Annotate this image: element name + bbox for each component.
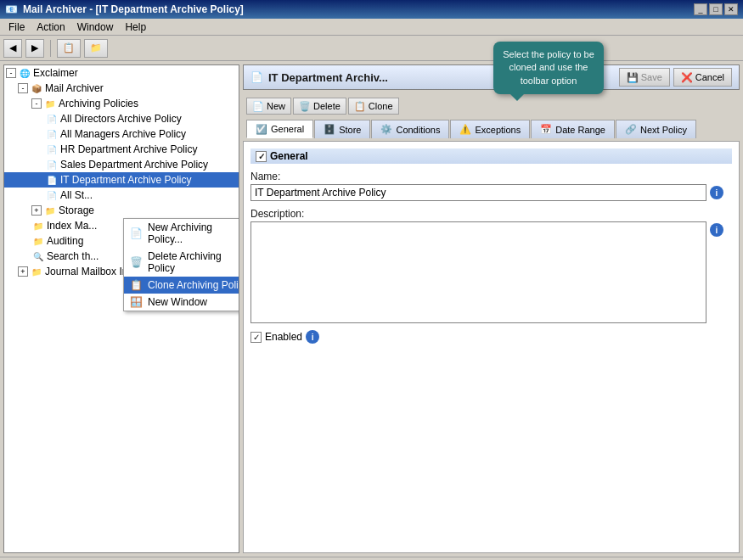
- sales-label: Sales Department Archive Policy: [60, 159, 208, 171]
- exclaimer-label: Exclaimer: [33, 67, 78, 79]
- new-window-icon: 🪟: [129, 295, 143, 309]
- tab-store[interactable]: 🗄️ Store: [314, 120, 370, 138]
- all-directors-label: All Directors Archive Policy: [60, 113, 182, 125]
- mail-archiver-icon: 📦: [30, 81, 43, 95]
- enabled-info-button[interactable]: i: [306, 330, 319, 344]
- tree-item-exclaimer[interactable]: - 🌐 Exclaimer: [4, 65, 239, 81]
- search-icon: 🔍: [31, 249, 45, 263]
- archiving-policies-icon: 📁: [43, 97, 57, 110]
- expand-exclaimer[interactable]: -: [6, 68, 16, 78]
- description-textarea[interactable]: [250, 221, 706, 323]
- delete-toolbar-button[interactable]: 🗑️ Delete: [293, 98, 346, 115]
- new-icon: 📄: [252, 101, 264, 112]
- back-icon: ◀: [9, 42, 16, 53]
- context-menu-new-policy[interactable]: 📄 New Archiving Policy...: [124, 219, 239, 248]
- tree-item-hr-dept[interactable]: 📄 HR Department Archive Policy: [4, 142, 239, 157]
- tree-panel: - 🌐 Exclaimer - 📦 Mail Archiver - 📁 Arch…: [3, 64, 239, 553]
- status-bar: [0, 557, 743, 560]
- tree-item-mail-archiver[interactable]: - 📦 Mail Archiver: [4, 81, 239, 96]
- right-header-title: IT Department Archiv...: [268, 71, 388, 84]
- index-ma-icon: 📁: [31, 219, 45, 232]
- storage-icon: 📁: [43, 204, 57, 217]
- forward-button[interactable]: ▶: [25, 39, 44, 58]
- cancel-button[interactable]: ❌ Cancel: [673, 68, 732, 87]
- hr-icon: 📄: [45, 143, 59, 156]
- name-label: Name:: [250, 171, 732, 182]
- general-checkbox[interactable]: [256, 151, 267, 162]
- tabs-container: ☑️ General 🗄️ Store ⚙️ Conditions ⚠️ Exc…: [243, 120, 740, 138]
- tree-item-it-dept[interactable]: 📄 IT Department Archive Policy: [4, 172, 239, 188]
- menu-window[interactable]: Window: [72, 20, 119, 34]
- new-label: New: [267, 101, 285, 111]
- context-menu-delete-policy[interactable]: 🗑️ Delete Archiving Policy: [124, 248, 239, 277]
- auditing-icon: 📁: [31, 234, 45, 248]
- toolbar-extra-button[interactable]: 📁: [84, 39, 108, 58]
- journal-icon: 📁: [30, 265, 43, 278]
- menu-file[interactable]: File: [3, 20, 30, 34]
- toolbar-separator: [50, 40, 51, 57]
- clone-policy-label: Clone Archiving Policy: [148, 279, 239, 291]
- exceptions-tab-label: Exceptions: [475, 125, 521, 135]
- enabled-checkbox[interactable]: [250, 332, 262, 343]
- delete-policy-label: Delete Archiving Policy: [148, 250, 239, 274]
- main-container: - 🌐 Exclaimer - 📦 Mail Archiver - 📁 Arch…: [0, 61, 743, 557]
- expand-mail-archiver[interactable]: -: [18, 83, 28, 93]
- save-button[interactable]: 💾 Save: [619, 68, 670, 87]
- forward-icon: ▶: [31, 42, 38, 53]
- maximize-button[interactable]: □: [709, 3, 723, 15]
- expand-storage[interactable]: +: [31, 205, 42, 216]
- conditions-tab-label: Conditions: [396, 125, 440, 135]
- new-toolbar-button[interactable]: 📄 New: [246, 98, 291, 115]
- name-info-button[interactable]: i: [710, 186, 723, 199]
- date-range-tab-label: Date Range: [555, 125, 605, 135]
- menu-bar: File Action Window Help: [0, 19, 743, 36]
- tab-date-range[interactable]: 📅 Date Range: [531, 120, 615, 138]
- delete-policy-icon: 🗑️: [129, 255, 143, 269]
- window-controls[interactable]: _ □ ✕: [694, 3, 738, 15]
- global-toolbar: ◀ ▶ 📋 📁: [0, 36, 743, 61]
- clone-toolbar-button[interactable]: 📋 Clone: [348, 98, 399, 115]
- toolbar-view-button[interactable]: 📋: [57, 39, 81, 58]
- tab-next-policy[interactable]: 🔗 Next Policy: [616, 120, 696, 138]
- tree-item-all-directors[interactable]: 📄 All Directors Archive Policy: [4, 111, 239, 126]
- menu-help[interactable]: Help: [120, 20, 151, 34]
- context-menu-new-window[interactable]: 🪟 New Window: [124, 294, 239, 311]
- tree-item-all-managers[interactable]: 📄 All Managers Archive Policy: [4, 126, 239, 142]
- app-icon: 📧: [5, 3, 18, 15]
- clone-policy-icon: 📋: [129, 278, 143, 292]
- storage-label: Storage: [59, 204, 94, 216]
- minimize-button[interactable]: _: [694, 3, 707, 15]
- save-icon: 💾: [627, 72, 639, 83]
- tree-item-storage[interactable]: + 📁 Storage: [4, 203, 239, 218]
- close-button[interactable]: ✕: [724, 3, 738, 15]
- title-bar: 📧 Mail Archiver - [IT Department Archive…: [0, 0, 743, 19]
- cancel-icon: ❌: [681, 72, 693, 83]
- right-header: 📄 IT Department Archiv... 💾 Save ❌ Cance…: [243, 64, 740, 90]
- context-menu-clone-policy[interactable]: 📋 Clone Archiving Policy: [124, 277, 239, 294]
- menu-action[interactable]: Action: [31, 20, 70, 34]
- expand-journal[interactable]: +: [18, 266, 28, 277]
- archiving-policies-label: Archiving Policies: [59, 98, 138, 109]
- date-range-tab-icon: 📅: [540, 124, 552, 136]
- description-info-button[interactable]: i: [710, 223, 723, 237]
- title-bar-content: 📧 Mail Archiver - [IT Department Archive…: [5, 3, 244, 15]
- tree-item-all-st[interactable]: 📄 All St...: [4, 188, 239, 203]
- it-dept-icon: 📄: [45, 173, 59, 187]
- right-toolbar: 📄 New 🗑️ Delete 📋 Clone: [243, 95, 740, 117]
- conditions-tab-icon: ⚙️: [380, 124, 392, 136]
- tree-item-archiving-policies[interactable]: - 📁 Archiving Policies: [4, 96, 239, 111]
- all-st-label: All St...: [60, 189, 93, 201]
- enabled-label: Enabled: [265, 331, 302, 343]
- general-tab-label: General: [271, 124, 304, 134]
- tab-exceptions[interactable]: ⚠️ Exceptions: [450, 120, 530, 138]
- it-dept-label: IT Department Archive Policy: [60, 174, 192, 186]
- tab-conditions[interactable]: ⚙️ Conditions: [371, 120, 449, 138]
- tree-item-sales-dept[interactable]: 📄 Sales Department Archive Policy: [4, 157, 239, 172]
- expand-archiving-policies[interactable]: -: [31, 98, 42, 109]
- index-ma-label: Index Ma...: [47, 220, 97, 232]
- name-input[interactable]: [250, 184, 706, 201]
- back-button[interactable]: ◀: [3, 39, 22, 58]
- section-header-general: General: [250, 148, 732, 164]
- extra-icon: 📁: [90, 42, 102, 53]
- tab-general[interactable]: ☑️ General: [246, 120, 313, 138]
